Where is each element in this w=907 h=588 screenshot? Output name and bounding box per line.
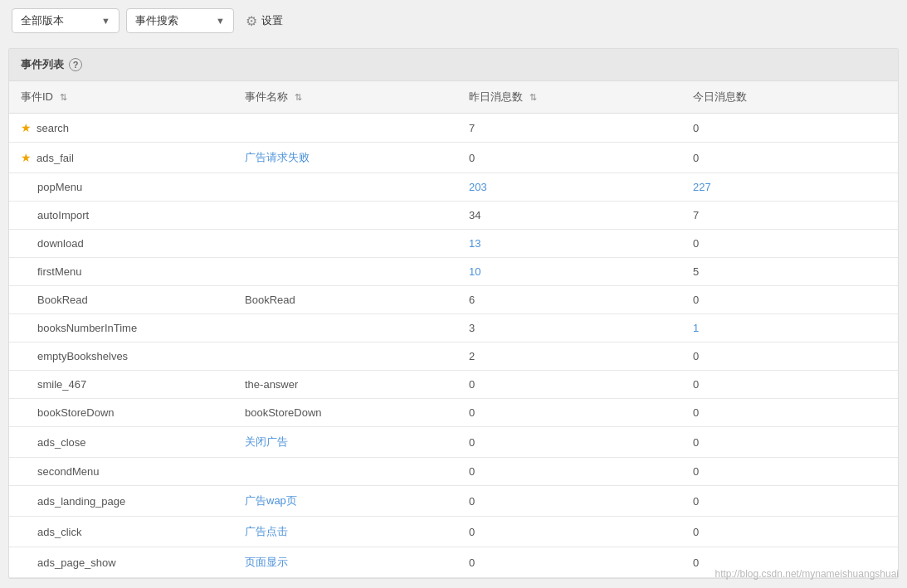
yesterday-count-value[interactable]: 10 (469, 265, 480, 278)
event-id-value: autoImport (37, 209, 89, 221)
cell-event-id: ads_close (9, 427, 233, 458)
yesterday-count-value: 6 (469, 294, 475, 306)
watermark: http://blog.csdn.net/mynameishuangshuai (715, 568, 899, 580)
cell-event-id: ★search (9, 114, 233, 143)
cell-event-id: BookRead (9, 286, 233, 314)
cell-yesterday-count: 7 (457, 114, 681, 143)
cell-event-name (233, 258, 457, 286)
cell-today-count: 0 (681, 427, 898, 458)
yesterday-count-value: 0 (469, 556, 475, 569)
table-row: firstMenu105 (9, 258, 898, 286)
event-id-value: ads_fail (37, 152, 74, 164)
main-panel: 事件列表 ? 事件ID ⇅ 事件名称 ⇅ 昨日消息数 ⇅ 今日消息数 (8, 48, 899, 579)
table-row: ★ads_fail广告请求失败00 (9, 143, 898, 173)
col-event-id[interactable]: 事件ID ⇅ (9, 81, 233, 114)
today-count-value: 0 (693, 406, 699, 419)
event-id-value: ads_click (37, 526, 81, 538)
col-event-id-label: 事件ID (21, 90, 53, 103)
cell-event-name: 广告请求失败 (233, 143, 457, 173)
table-row: bookStoreDownbookStoreDown00 (9, 399, 898, 427)
cell-yesterday-count: 0 (457, 371, 681, 399)
table-row: ads_landing_page广告wap页00 (9, 486, 898, 517)
cell-event-name (233, 202, 457, 230)
cell-event-name: 关闭广告 (233, 427, 457, 458)
today-count-value: 7 (693, 209, 699, 221)
cell-event-name (233, 343, 457, 371)
event-name-value[interactable]: 广告wap页 (245, 494, 297, 507)
cell-today-count: 0 (681, 458, 898, 486)
col-yesterday-count-label: 昨日消息数 (469, 90, 523, 103)
yesterday-count-value: 0 (469, 465, 475, 478)
col-today-count-label: 今日消息数 (693, 90, 747, 103)
cell-today-count: 5 (681, 258, 898, 286)
cell-event-id: bookStoreDown (9, 399, 233, 427)
cell-event-name: BookRead (233, 286, 457, 314)
cell-event-name: 广告wap页 (233, 486, 457, 517)
table-row: BookReadBookRead60 (9, 286, 898, 314)
cell-yesterday-count: 2 (457, 343, 681, 371)
settings-button[interactable]: ⚙ 设置 (241, 9, 288, 33)
help-icon[interactable]: ? (69, 58, 82, 71)
cell-yesterday-count: 13 (457, 230, 681, 258)
cell-event-name: bookStoreDown (233, 399, 457, 427)
cell-event-name (233, 114, 457, 143)
cell-event-id: ads_page_show (9, 547, 233, 578)
sort-event-name-icon: ⇅ (295, 92, 302, 103)
event-id-value: ads_close (37, 436, 86, 449)
events-table: 事件ID ⇅ 事件名称 ⇅ 昨日消息数 ⇅ 今日消息数 ★search70★ad… (9, 81, 898, 578)
today-count-value[interactable]: 1 (693, 322, 699, 334)
cell-today-count: 0 (681, 486, 898, 517)
event-name-value[interactable]: 关闭广告 (245, 435, 288, 448)
panel-title: 事件列表 (21, 57, 64, 72)
yesterday-count-value: 0 (469, 152, 475, 164)
cell-event-id: ★ads_fail (9, 143, 233, 173)
col-today-count: 今日消息数 (681, 81, 898, 114)
version-dropdown[interactable]: 全部版本 ▼ (12, 8, 119, 33)
event-id-value: download (37, 237, 84, 250)
cell-yesterday-count: 3 (457, 314, 681, 343)
cell-event-name: 广告点击 (233, 517, 457, 547)
cell-today-count: 0 (681, 114, 898, 143)
event-name-value[interactable]: 广告点击 (245, 525, 288, 537)
cell-yesterday-count: 34 (457, 202, 681, 230)
today-count-value[interactable]: 227 (693, 181, 711, 193)
col-event-name[interactable]: 事件名称 ⇅ (233, 81, 457, 114)
today-count-value: 0 (693, 350, 699, 362)
table-header-row: 事件ID ⇅ 事件名称 ⇅ 昨日消息数 ⇅ 今日消息数 (9, 81, 898, 114)
cell-event-id: ads_click (9, 517, 233, 547)
star-icon[interactable]: ★ (21, 151, 32, 164)
cell-today-count: 1 (681, 314, 898, 343)
table-row: emptyBookshelves20 (9, 343, 898, 371)
table-row: ads_click广告点击00 (9, 517, 898, 547)
yesterday-count-value: 34 (469, 209, 480, 221)
cell-today-count: 0 (681, 517, 898, 547)
cell-today-count: 0 (681, 343, 898, 371)
event-name-value[interactable]: 页面显示 (245, 556, 288, 568)
event-name-value[interactable]: 广告请求失败 (245, 151, 310, 163)
table-row: smile_467the-answer00 (9, 371, 898, 399)
yesterday-count-value[interactable]: 13 (469, 237, 480, 250)
cell-yesterday-count: 0 (457, 399, 681, 427)
cell-event-name: the-answer (233, 371, 457, 399)
star-icon[interactable]: ★ (21, 121, 32, 134)
cell-yesterday-count: 0 (457, 547, 681, 578)
today-count-value: 0 (693, 378, 699, 391)
cell-yesterday-count: 0 (457, 427, 681, 458)
version-chevron-icon: ▼ (101, 16, 110, 26)
cell-event-id: secondMenu (9, 458, 233, 486)
event-id-value: ads_landing_page (37, 495, 125, 508)
event-search-dropdown[interactable]: 事件搜索 ▼ (126, 8, 234, 33)
yesterday-count-value: 7 (469, 122, 475, 134)
event-name-value: BookRead (245, 294, 295, 306)
version-label: 全部版本 (21, 13, 64, 28)
today-count-value: 0 (693, 294, 699, 306)
today-count-value: 0 (693, 436, 699, 449)
panel-header: 事件列表 ? (9, 49, 898, 81)
yesterday-count-value[interactable]: 203 (469, 181, 487, 193)
yesterday-count-value: 0 (469, 406, 475, 419)
event-id-value: BookRead (37, 294, 88, 306)
yesterday-count-value: 0 (469, 436, 475, 449)
today-count-value: 0 (693, 122, 699, 134)
col-yesterday-count[interactable]: 昨日消息数 ⇅ (457, 81, 681, 114)
cell-today-count: 0 (681, 399, 898, 427)
